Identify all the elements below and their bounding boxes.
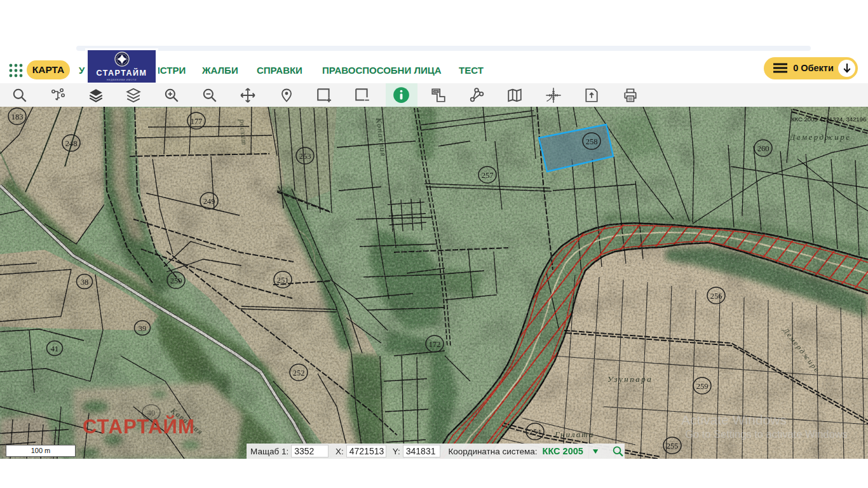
svg-text:260: 260 <box>757 144 770 153</box>
svg-text:Узунпара: Узунпара <box>607 374 653 384</box>
svg-text:ККС 2005 4721324, 342196: ККС 2005 4721324, 342196 <box>791 116 866 123</box>
svg-text:258: 258 <box>586 137 598 146</box>
svg-text:39: 39 <box>139 324 147 333</box>
svg-text:Гнилата: Гнилата <box>554 430 594 439</box>
svg-text:41: 41 <box>51 344 59 353</box>
svg-text:250: 250 <box>170 276 182 285</box>
svg-text:251: 251 <box>277 276 289 285</box>
svg-text:254: 254 <box>529 428 542 437</box>
svg-text:257: 257 <box>482 171 494 180</box>
svg-text:Go to Settings to activate Win: Go to Settings to activate Windows <box>685 428 848 440</box>
svg-text:256: 256 <box>710 292 722 301</box>
svg-text:248: 248 <box>65 139 78 148</box>
svg-text:172: 172 <box>429 340 441 349</box>
svg-text:38: 38 <box>81 278 89 287</box>
svg-text:183: 183 <box>11 112 24 121</box>
svg-text:249: 249 <box>203 197 215 206</box>
svg-text:СТАРТАЙМ: СТАРТАЙМ <box>96 68 147 78</box>
svg-text:Демерджире: Демерджире <box>789 132 851 142</box>
svg-text:253: 253 <box>299 152 311 161</box>
svg-text:255: 255 <box>667 442 679 451</box>
svg-text:НЕДВИЖИМИ ИМОТИ: НЕДВИЖИМИ ИМОТИ <box>107 79 137 81</box>
svg-text:Activate Windows: Activate Windows <box>681 412 787 427</box>
svg-text:259: 259 <box>696 382 709 391</box>
svg-text:177: 177 <box>191 117 203 126</box>
svg-text:252: 252 <box>293 369 305 377</box>
svg-text:СТАРТАЙМ: СТАРТАЙМ <box>83 415 195 438</box>
